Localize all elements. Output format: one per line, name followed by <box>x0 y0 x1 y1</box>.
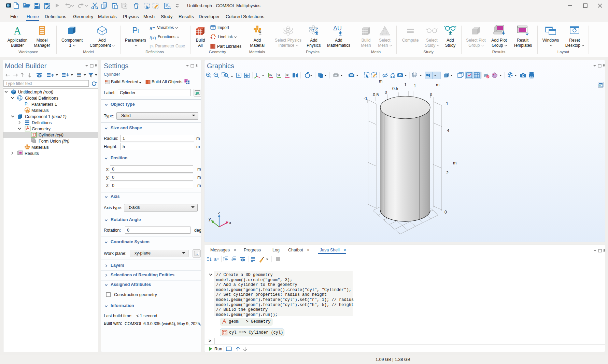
svg-text:0: 0 <box>430 92 432 97</box>
svg-text:-1: -1 <box>364 96 367 101</box>
svg-text:ΔU: ΔU <box>333 25 342 32</box>
svg-text:2: 2 <box>446 171 449 175</box>
svg-text:-0.5: -0.5 <box>371 92 379 97</box>
svg-text:x: x <box>229 220 231 225</box>
svg-text:0.5: 0.5 <box>392 86 398 91</box>
svg-text:i: i <box>28 103 28 107</box>
svg-text:y: y <box>209 216 211 221</box>
svg-text:1: 1 <box>414 84 416 88</box>
svg-text:1: 1 <box>404 83 407 87</box>
svg-text:a=: a= <box>214 257 219 262</box>
svg-text:P: P <box>25 101 28 106</box>
svg-text:m: m <box>453 161 456 165</box>
svg-text:4: 4 <box>447 128 449 133</box>
svg-text:Run: Run <box>214 347 222 351</box>
svg-text:m: m <box>379 79 382 84</box>
svg-text:-1: -1 <box>444 101 448 106</box>
svg-text:0: 0 <box>444 210 447 215</box>
svg-text:m: m <box>436 83 439 87</box>
svg-text:0: 0 <box>385 90 387 95</box>
svg-text:z: z <box>218 210 220 215</box>
